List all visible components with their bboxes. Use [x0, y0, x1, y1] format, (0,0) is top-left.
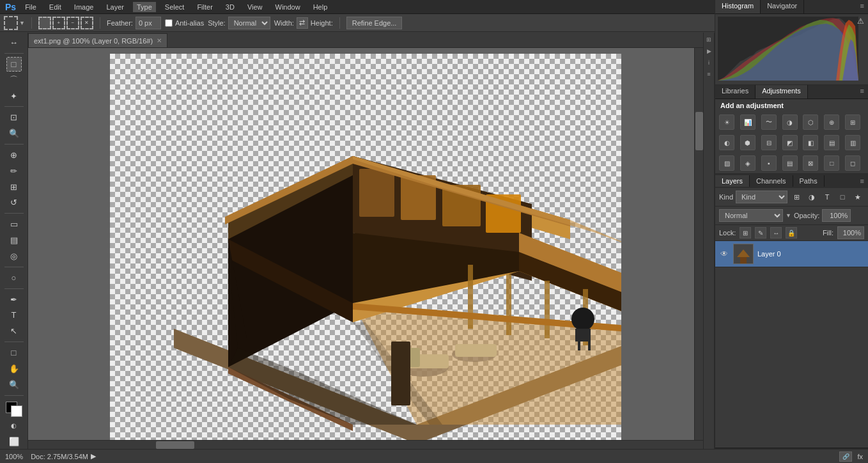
tool-screen-mode[interactable]: ⬜ [6, 434, 22, 449]
layer-item-0[interactable]: 👁 Layer 0 [715, 241, 868, 267]
tool-eyedropper[interactable]: 🔍 [6, 126, 22, 141]
filter-pixel-btn[interactable]: ⊞ [790, 191, 803, 203]
adj-photo-filter[interactable]: ⬢ [740, 135, 756, 150]
menu-layer[interactable]: Layer [102, 2, 128, 12]
tool-hand[interactable]: ✋ [6, 361, 22, 376]
blend-mode-select[interactable]: Normal [719, 209, 783, 222]
tool-marquee[interactable]: □ [6, 57, 22, 72]
tool-zoom[interactable]: 🔍 [6, 377, 22, 392]
adj-curves[interactable]: 〜 [761, 114, 777, 130]
menu-window[interactable]: Window [272, 2, 304, 12]
menu-select[interactable]: Select [161, 2, 189, 12]
menu-help[interactable]: Help [309, 2, 332, 12]
menu-view[interactable]: View [244, 2, 267, 12]
lock-all-btn[interactable]: 🔒 [786, 227, 797, 239]
tab-paths[interactable]: Paths [793, 175, 825, 187]
close-tab-btn[interactable]: ✕ [157, 37, 162, 44]
status-link-btn[interactable]: 🔗 [839, 451, 852, 462]
filter-adj-btn[interactable]: ◑ [805, 191, 818, 203]
document-tab[interactable]: ext1.png @ 100% (Layer 0, RGB/16#) ✕ [28, 33, 167, 47]
layer-visibility-0[interactable]: 👁 [719, 249, 729, 259]
adj-invert[interactable]: ◧ [803, 135, 818, 150]
kind-select[interactable]: Kind [736, 191, 787, 203]
adj-levels[interactable]: 📊 [740, 114, 756, 130]
adj-color-lookup[interactable]: ◩ [782, 135, 798, 150]
tool-pen[interactable]: ✒ [6, 292, 22, 307]
tool-lasso[interactable]: ⌒ [6, 73, 22, 88]
histogram-options-btn[interactable]: ≡ [856, 0, 868, 13]
filter-smart-btn[interactable]: ★ [851, 191, 864, 203]
new-selection-btn[interactable] [38, 17, 51, 29]
adj-gradient-map[interactable]: ▨ [719, 155, 734, 171]
tab-libraries[interactable]: Libraries [715, 85, 756, 98]
tool-history[interactable]: ↺ [6, 196, 22, 210]
adjustments-options-btn[interactable]: ≡ [856, 85, 868, 98]
adj-channel-mixer[interactable]: ⊟ [761, 135, 777, 150]
filter-text-btn[interactable]: T [821, 191, 833, 203]
adj-posterize[interactable]: ▤ [824, 135, 839, 150]
lock-image-btn[interactable]: ✎ [755, 227, 766, 239]
menu-file[interactable]: File [21, 2, 40, 12]
tool-clone[interactable]: ⊞ [6, 180, 22, 194]
adj-bw[interactable]: ◐ [719, 135, 734, 150]
filter-shape-btn[interactable]: □ [836, 191, 849, 203]
lock-transparent-btn[interactable]: ⊞ [740, 227, 751, 239]
scroll-thumb-h[interactable] [156, 441, 194, 449]
adj-hue-sat[interactable]: ⊕ [824, 114, 839, 130]
adj-exposure[interactable]: ◑ [782, 114, 798, 130]
tab-navigator[interactable]: Navigator [761, 0, 804, 13]
tool-gradient[interactable]: ▤ [6, 233, 22, 247]
adj-solid-color[interactable]: ▪ [761, 155, 777, 171]
scroll-thumb-v[interactable] [695, 112, 703, 150]
tool-text[interactable]: T [6, 308, 22, 322]
adj-brightness-contrast[interactable]: ☀ [719, 114, 734, 130]
tool-spot-heal[interactable]: ⊕ [6, 148, 22, 162]
tool-crop[interactable]: ⊡ [6, 110, 22, 125]
lock-position-btn[interactable]: ↔ [770, 227, 782, 239]
tool-brush[interactable]: ✏ [6, 164, 22, 178]
vertical-scrollbar[interactable] [694, 48, 703, 440]
menu-filter[interactable]: Filter [193, 2, 216, 12]
menu-type[interactable]: Type [133, 2, 156, 12]
color-swatch[interactable] [6, 402, 22, 418]
tool-blur[interactable]: ◎ [6, 249, 22, 263]
menu-3d[interactable]: 3D [222, 2, 238, 12]
horizontal-scrollbar[interactable] [28, 440, 703, 449]
menu-image[interactable]: Image [70, 2, 98, 12]
mini-btn-info[interactable]: i [704, 58, 713, 67]
tool-shape[interactable]: □ [6, 345, 22, 360]
tab-adjustments[interactable]: Adjustments [756, 85, 808, 98]
tab-channels[interactable]: Channels [750, 175, 793, 187]
style-select[interactable]: Normal [228, 17, 270, 29]
adj-color-balance[interactable]: ⊞ [845, 114, 860, 130]
refine-edge-button[interactable]: Refine Edge... [346, 17, 403, 29]
menu-edit[interactable]: Edit [45, 2, 65, 12]
subtract-selection-btn[interactable]: − [66, 17, 79, 29]
canvas-wrapper[interactable] [110, 54, 621, 444]
tab-histogram[interactable]: Histogram [715, 0, 761, 13]
canvas-content[interactable] [110, 54, 621, 444]
feather-input[interactable] [136, 17, 161, 29]
adj-threshold[interactable]: ▥ [845, 135, 860, 150]
tool-magic-wand[interactable]: ✦ [6, 89, 22, 104]
tool-path-select[interactable]: ↖ [6, 324, 22, 338]
tool-quick-mask[interactable]: ◐ [6, 418, 22, 433]
intersect-selection-btn[interactable]: ✕ [81, 17, 93, 29]
blend-mode-arrow[interactable]: ▼ [786, 212, 791, 219]
adj-vibrance[interactable]: ⬡ [803, 114, 818, 130]
tab-layers[interactable]: Layers [715, 175, 750, 187]
fill-input[interactable] [837, 226, 864, 239]
background-color[interactable] [11, 405, 22, 417]
adj-extra-2[interactable]: ◻ [845, 155, 860, 171]
tool-move[interactable]: ↔ [6, 35, 22, 50]
mini-btn-play[interactable]: ▶ [704, 47, 713, 56]
adj-selective-color[interactable]: ◈ [740, 155, 756, 171]
mini-btn-1[interactable]: ⊞ [704, 35, 713, 44]
antialias-checkbox[interactable] [165, 19, 173, 27]
adj-extra-1[interactable]: □ [824, 155, 839, 171]
tool-dodge[interactable]: ○ [6, 271, 22, 285]
adj-pattern[interactable]: ⊠ [803, 155, 818, 171]
swap-dimensions-btn[interactable]: ⇄ [297, 17, 308, 29]
layers-options-btn[interactable]: ≡ [856, 175, 868, 187]
mini-btn-layers[interactable]: ≡ [704, 70, 713, 79]
